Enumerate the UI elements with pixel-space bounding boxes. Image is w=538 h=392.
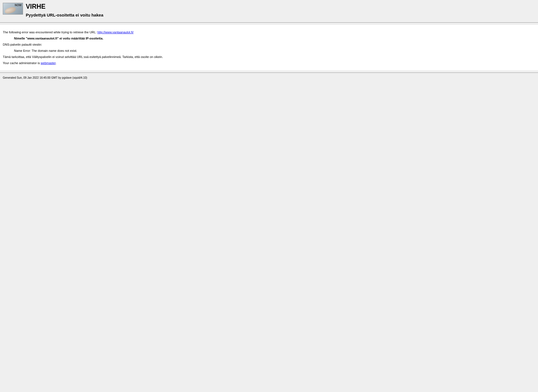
footer: Generated Sun, 09 Jan 2022 16:45:00 GMT …	[0, 75, 538, 80]
footer-divider	[0, 73, 538, 73]
dns-message-block: Name Error: The domain name does not exi…	[14, 49, 535, 52]
generated-text: Generated Sun, 09 Jan 2022 16:45:00 GMT …	[3, 76, 87, 79]
explanation-paragraph: Tämä tarkoittaa, että Välityspalvelin ei…	[3, 55, 535, 59]
admin-suffix: .	[56, 61, 57, 65]
dns-intro-paragraph: DNS-palvelin palautti viestin:	[3, 43, 535, 46]
error-url-link[interactable]: http://www.vantaanautot.fi/	[98, 31, 134, 34]
webmaster-link[interactable]: webmaster	[41, 61, 55, 65]
error-subtitle: Pyydettyä URL-osoitetta ei voitu hakea	[26, 13, 103, 17]
error-header: NOW VIRHE Pyydettyä URL-osoitetta ei voi…	[0, 0, 538, 20]
admin-intro-text: Your cache administrator is	[3, 61, 41, 65]
admin-paragraph: Your cache administrator is webmaster.	[3, 61, 535, 65]
squid-graphic	[4, 6, 17, 15]
header-divider	[0, 22, 538, 23]
logo-text: NOW	[15, 4, 22, 7]
error-content: The following error was encountered whil…	[0, 25, 538, 70]
error-intro-text: The following error was encountered whil…	[3, 31, 98, 34]
error-title: VIRHE	[26, 3, 103, 10]
dns-message-text: Name Error: The domain name does not exi…	[14, 49, 77, 52]
error-intro-paragraph: The following error was encountered whil…	[3, 31, 535, 34]
error-message-text: Nimelle "www.vantaanautot.fi" ei voitu m…	[14, 37, 103, 40]
squid-logo-icon: NOW	[3, 3, 23, 15]
error-message-block: Nimelle "www.vantaanautot.fi" ei voitu m…	[14, 37, 535, 40]
header-text-container: VIRHE Pyydettyä URL-osoitetta ei voitu h…	[26, 3, 103, 17]
